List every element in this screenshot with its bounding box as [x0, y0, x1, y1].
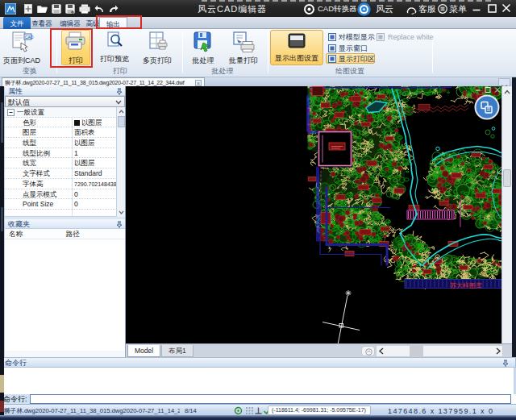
svg-text:苏大样图库: 苏大样图库	[450, 282, 482, 289]
svg-text:CAD: CAD	[25, 35, 34, 40]
